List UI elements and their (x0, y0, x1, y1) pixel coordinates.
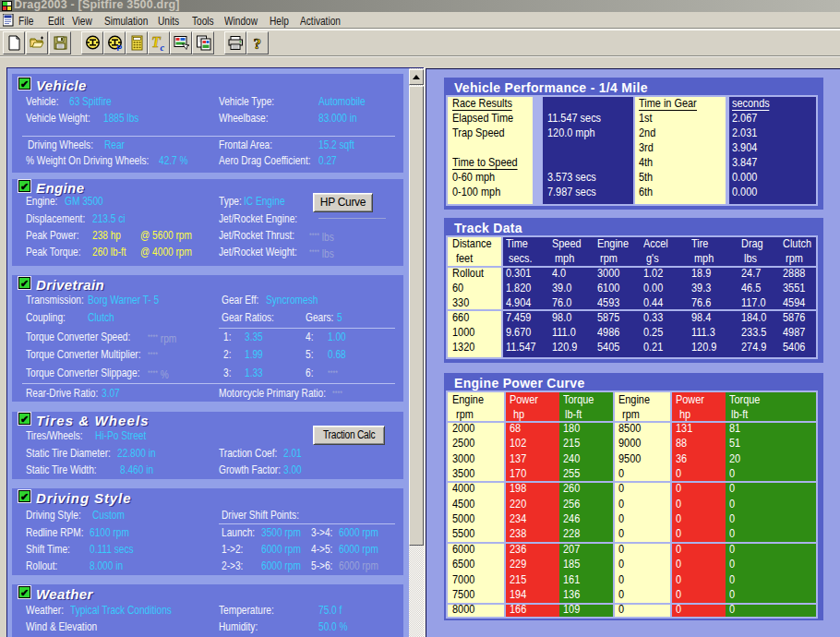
svg-text:?: ? (254, 35, 262, 51)
svg-text:P: P (117, 43, 123, 51)
svg-text:c: c (161, 42, 165, 52)
